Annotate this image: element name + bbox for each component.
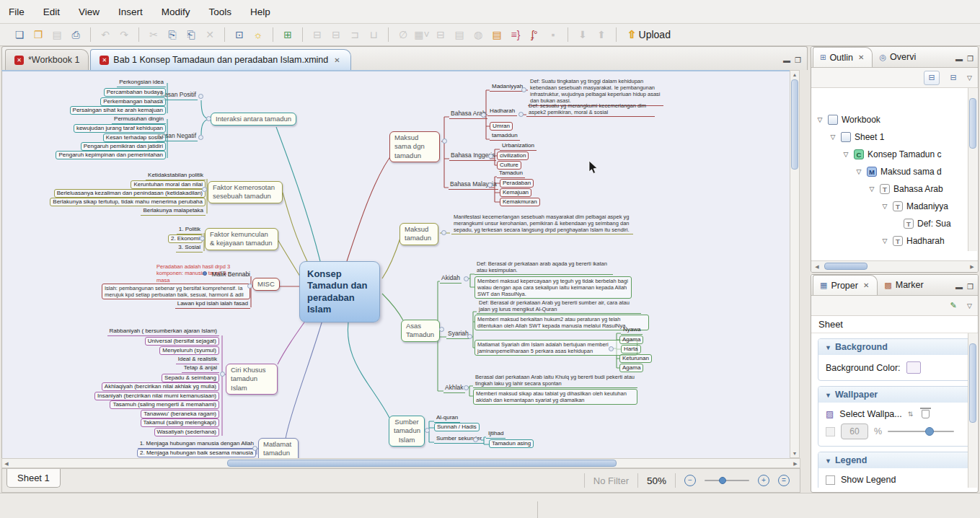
topic[interactable]: Ijtihad <box>486 430 506 439</box>
background-color-swatch[interactable] <box>906 361 921 374</box>
remove-wallpaper-icon[interactable] <box>922 410 930 418</box>
scroll-down-icon[interactable]: ▼ <box>790 449 799 457</box>
topic[interactable]: Perkongsian idea <box>117 79 166 87</box>
open-icon[interactable]: ❐ <box>29 27 48 43</box>
presentation-icon[interactable]: ⊡ <box>230 27 249 43</box>
scroll-left-icon[interactable]: ◀ <box>813 263 821 271</box>
topic[interactable]: 1. Menjaga hubungan manusia dengan Allah <box>138 440 256 449</box>
main-topic-misc[interactable]: MISC <box>252 278 280 291</box>
insert-floating-topic-icon[interactable]: ⊔ <box>364 27 383 43</box>
insert-topic-icon[interactable]: ⊟ <box>308 27 327 43</box>
main-topic-kemunculan[interactable]: Faktor kemunculan & kejayaan tamadun <box>205 228 278 250</box>
tree-item-madaniyyah[interactable]: ▽TMadaniyya <box>811 198 978 215</box>
menu-modify[interactable]: Modify <box>162 6 190 17</box>
topic[interactable]: tamaddun <box>490 132 520 141</box>
topic[interactable]: Pengaruh kepimpinan dan pemerintahan <box>56 151 166 159</box>
topic[interactable]: Pengaruh pemikiran dan jatidiri <box>81 142 166 151</box>
tab-overview[interactable]: ◎ Overvi <box>873 47 922 67</box>
tree-item-central-topic[interactable]: ▽CKonsep Tamadun c <box>811 146 978 163</box>
legend-header[interactable]: ▼Legend <box>818 452 971 468</box>
topic[interactable]: Sunnah / Hadis <box>434 423 480 431</box>
collapse-icon[interactable] <box>220 372 225 377</box>
tree-item-def[interactable]: TDef: Sua <box>811 215 978 232</box>
collapse-icon[interactable] <box>252 446 257 451</box>
spinner-icon[interactable]: ⇅ <box>908 411 914 418</box>
main-topic-ciri[interactable]: Ciri Khusus tamadun Islam <box>226 364 278 395</box>
new-workbook-icon[interactable]: ❏ <box>10 27 29 43</box>
expand-icon[interactable]: ▽ <box>855 168 863 175</box>
collapse-icon[interactable] <box>481 113 486 118</box>
collapse-icon[interactable] <box>442 139 447 144</box>
collapse-icon[interactable] <box>247 284 252 289</box>
topic[interactable]: Urbanization <box>500 142 537 151</box>
attachment-icon[interactable]: ∅ <box>394 27 412 43</box>
topic[interactable]: Rabbaniyah ( bersumberkan ajaran Islam) <box>107 328 219 336</box>
topic[interactable]: kewujudan jurang taraf kehidupan <box>74 124 166 133</box>
collapse-icon[interactable] <box>473 437 478 442</box>
minimize-icon[interactable]: ▬ <box>955 283 963 291</box>
scroll-right-icon[interactable]: ▶ <box>968 263 976 271</box>
zoom-slider-knob[interactable] <box>719 477 726 484</box>
topic[interactable]: Akidah <box>440 274 462 284</box>
notes-icon[interactable]: ▤ <box>450 27 469 43</box>
topic[interactable]: Def: sesuatu yg merangkumi kecemerlangan… <box>526 102 655 117</box>
topic[interactable]: Tetap & anjal <box>182 364 219 373</box>
tree-item-main-topic[interactable]: ▽MMaksud sama d <box>811 163 978 180</box>
menu-edit[interactable]: Edit <box>43 6 60 17</box>
collapse-icon[interactable] <box>200 236 205 241</box>
delete-icon[interactable]: ✕ <box>200 27 219 43</box>
new-sheet-icon[interactable]: ⊞ <box>278 27 297 43</box>
canvas-horizontal-scrollbar[interactable]: ◀ ▶ <box>1 458 800 468</box>
mindmap-canvas[interactable]: Konsep Tamadun dan peradaban Islam Inter… <box>1 70 790 458</box>
topic[interactable]: Berlakunya sikap tertutup, tidak mahu me… <box>50 198 206 206</box>
main-topic-interaksi[interactable]: Interaksi antara tamadun <box>211 113 296 126</box>
topic[interactable]: Syariah <box>446 330 470 339</box>
topic[interactable]: 3. Sosial <box>176 244 203 253</box>
topic[interactable]: Berasal dari perkataan Arab iaitu Khulq … <box>473 373 637 388</box>
tab-bab1-xmind[interactable]: ✕ Bab 1 Konsep Tamadaun dan peradaban Is… <box>90 49 350 70</box>
scroll-right-icon[interactable]: ▶ <box>791 460 800 467</box>
hyperlink-icon[interactable]: ◍ <box>469 27 487 43</box>
tree-item-bahasa-arab[interactable]: ▽TBahasa Arab <box>811 180 978 198</box>
view-menu-icon[interactable]: ▽ <box>967 74 972 82</box>
summary-icon[interactable]: ⊟ <box>431 27 450 43</box>
tab-outline[interactable]: ⊞ Outlin ✕ <box>813 47 873 67</box>
topic[interactable]: Akhlak <box>443 384 465 393</box>
main-topic-sumber[interactable]: Sumber tamadun Islam <box>389 416 425 447</box>
expand-icon[interactable]: ▽ <box>842 151 850 158</box>
expand-icon[interactable]: ▽ <box>868 185 876 193</box>
topic[interactable]: Kemakmuran <box>500 198 540 206</box>
topic[interactable]: Ideal & realistik <box>176 356 219 364</box>
opacity-slider[interactable] <box>888 431 954 432</box>
topic[interactable]: Harta <box>621 345 641 354</box>
outline-vertical-scrollbar[interactable] <box>968 88 977 251</box>
topic[interactable]: civilization <box>497 152 529 160</box>
close-tab-icon[interactable]: ✕ <box>857 53 865 62</box>
collapse-icon[interactable] <box>206 116 211 121</box>
tree-view-icon[interactable]: ⊟ <box>924 71 940 85</box>
topic[interactable]: Tamadun <box>497 170 525 178</box>
background-header[interactable]: ▼Background <box>818 339 971 355</box>
topic[interactable]: 2. Ekonomi <box>168 234 203 243</box>
main-topic-matlamat[interactable]: Matlamat tamadun <box>258 438 299 458</box>
topic[interactable]: Manifestasi kecemerlangan sesebuah masya… <box>451 213 633 234</box>
topic[interactable]: Sepadu & seimbang <box>162 374 219 382</box>
paste-icon[interactable]: ⎗ <box>182 27 200 43</box>
brainstorm-icon[interactable]: ☼ <box>249 27 268 43</box>
canvas-vertical-scrollbar[interactable]: ▲ ▼ <box>790 70 800 458</box>
topic[interactable]: Keturunan <box>619 354 652 363</box>
expand-icon[interactable]: ▽ <box>880 237 889 245</box>
drill-up-icon[interactable]: ⬆ <box>592 27 611 43</box>
outline-horizontal-scrollbar[interactable]: ◀ ▶ <box>811 260 978 272</box>
topic[interactable]: Persaingan sihat ke arah kemajuan <box>70 106 166 115</box>
scrollbar-thumb[interactable] <box>969 343 976 423</box>
tree-item-hadharah[interactable]: ▽THadharah <box>811 232 978 250</box>
stop-icon[interactable]: ▪ <box>544 27 562 43</box>
topic[interactable]: Agama <box>619 364 643 372</box>
tree-item-workbook[interactable]: ▽Workbook <box>811 111 978 128</box>
topic[interactable]: Tamadun asing <box>489 439 534 448</box>
maximize-icon[interactable]: ❐ <box>795 56 801 64</box>
topic[interactable]: Memberi maksud kepercayaan yg teguh yg t… <box>474 276 632 299</box>
topic[interactable]: Berlakunya malapetaka <box>141 207 206 216</box>
filter-status[interactable]: No Filter <box>593 475 629 486</box>
